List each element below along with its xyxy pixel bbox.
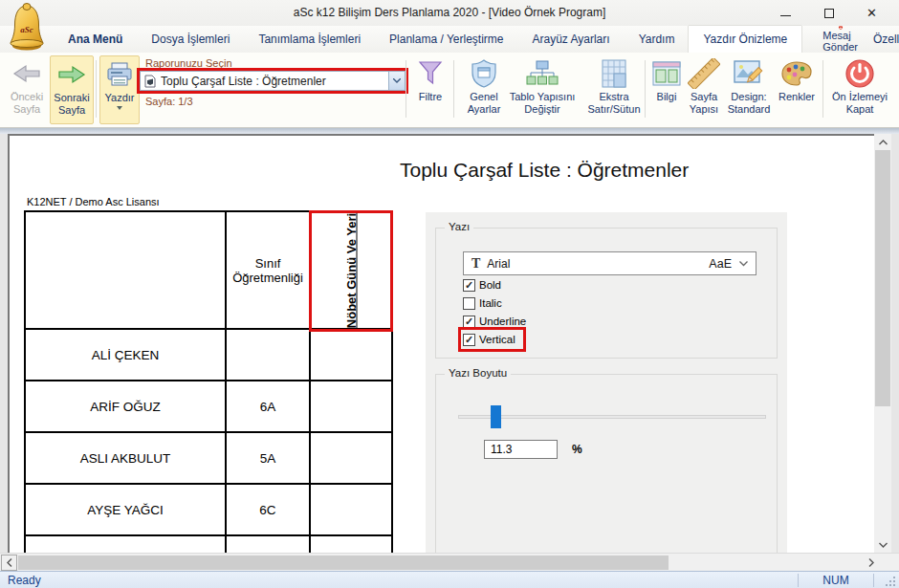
arrow-right-icon [57,57,86,92]
tab-dosya-islemleri[interactable]: Dosya İşlemleri [137,26,244,53]
report-select-value: Toplu Çarşaf Liste : Öğretmenler [161,75,388,88]
table-row-name: AYŞE YAĞCI [26,485,227,536]
filter-label: Filtre [419,91,442,103]
table-row-duty [311,433,391,485]
filter-button[interactable]: Filtre [409,55,451,124]
table-row-duty [311,330,391,381]
next-page-button[interactable]: Sonraki Sayfa [50,55,94,124]
scroll-left-button[interactable] [1,555,17,571]
vertical-checkbox-box[interactable]: ✓ [463,334,475,346]
app-logo[interactable]: aSc [6,1,48,52]
report-picker-group: Raporunuzu Seçin Toplu Çarşaf Liste : Öğ… [140,57,406,107]
tab-tanimlama-islemleri[interactable]: Tanımlama İşlemleri [244,26,375,53]
scroll-up-button[interactable] [875,134,891,150]
table-header-class: Sınıf Öğretmenliği [227,212,311,330]
tab-planlama-yerlestirme[interactable]: Planlama / Yerleştirme [375,26,517,53]
table-row-class: 5A [227,433,311,485]
send-message-button[interactable]: Mesaj Gönder [813,26,867,53]
chevron-down-icon [739,261,748,267]
font-size-slider[interactable] [458,415,766,419]
close-preview-label: Ön İzlemeyi Kapat [826,91,893,116]
tab-yazdir-onizleme[interactable]: Yazdır Önizleme [689,26,801,53]
customize-button[interactable]: Özelleştir [867,26,899,53]
preview-page: Toplu Çarşaf Liste : Öğretmenler K12NET … [8,134,882,553]
design-label: Design: Standard [722,91,776,116]
vertical-scrollbar[interactable] [874,134,891,553]
italic-checkbox-label: Italic [479,297,502,309]
scroll-down-button[interactable] [875,536,891,553]
print-dropdown-icon [117,106,122,110]
previous-page-label: Önceki Sayfa [5,91,49,116]
report-title: Toplu Çarşaf Liste : Öğretmenler [400,159,725,182]
font-sample-text: AaE [709,257,732,271]
previous-page-button[interactable]: Önceki Sayfa [5,55,49,124]
italic-checkbox-box[interactable] [463,297,475,310]
minimize-icon [780,15,791,16]
table-row-duty [311,381,391,433]
bold-checkbox-box[interactable]: ✓ [463,279,475,292]
next-page-label: Sonraki Sayfa [51,92,93,117]
tab-yardim[interactable]: Yardım [625,26,690,53]
tab-arayuz-ayarlari[interactable]: Arayüz Ayarları [517,26,624,53]
page-setup-button[interactable]: Sayfa Yapısı [683,55,725,124]
font-size-slider-thumb[interactable] [491,405,501,428]
report-picker-label: Raporunuzu Seçin [140,57,406,69]
ruler-icon [688,56,720,91]
status-bar: Ready NUM [0,571,899,588]
scroll-right-button[interactable] [863,555,879,571]
bold-checkbox-label: Bold [479,279,501,291]
separator [96,60,97,118]
grip-dots-icon [886,576,896,586]
extra-row-col-label: Ekstra Satır/Sütun [581,91,647,116]
vertical-header-text: Nöbet Günü Ve Yeri [344,212,359,327]
close-preview-button[interactable]: Ön İzlemeyi Kapat [826,55,893,124]
colors-button[interactable]: Renkler [773,55,821,124]
print-label: Yazdır [105,92,135,104]
num-lock-indicator: NUM [799,574,873,587]
palette-icon [780,56,813,91]
change-table-structure-button[interactable]: Tablo Yapısını Değiştir [504,55,581,124]
general-settings-button[interactable]: Genel Ayarlar [459,55,509,124]
horizontal-scrollbar[interactable] [0,553,899,571]
print-button[interactable]: Yazdır [99,55,140,124]
font-size-input[interactable] [484,440,558,459]
vertical-checkbox[interactable]: ✓ Vertical [463,332,521,347]
bold-checkbox[interactable]: ✓ Bold [463,277,501,293]
table-row-partial [227,536,311,553]
report-select-arrow[interactable] [388,72,405,90]
minimize-button[interactable] [764,0,807,26]
table-row-class: 6C [227,485,311,536]
underline-checkbox-box[interactable]: ✓ [463,316,475,328]
italic-checkbox[interactable]: Italic [463,295,502,311]
license-text: K12NET / Demo Asc Lisansı [27,196,160,207]
table-row-partial [311,536,391,553]
table-row-class [227,330,311,381]
separator [645,60,646,118]
font-family-select[interactable]: T Arial AaE [463,251,756,275]
horizontal-scroll-thumb[interactable] [18,555,669,570]
report-select[interactable]: Toplu Çarşaf Liste : Öğretmenler [140,71,406,91]
extra-row-col-button[interactable]: Ekstra Satır/Sütun [581,55,647,124]
table-row-name: ARİF OĞUZ [26,381,227,433]
table-header-empty [26,212,227,330]
design-button[interactable]: Design: Standard [722,55,776,124]
font-size-group-label: Yazı Boyutu [445,367,511,379]
underline-checkbox[interactable]: ✓ Underline [463,314,526,329]
status-text: Ready [0,574,798,587]
info-button[interactable]: Bilgi [648,55,685,124]
table-header-duty: Nöbet Günü Ve Yeri [311,212,391,330]
tab-ana-menu[interactable]: Ana Menü [54,26,137,53]
vertical-scroll-thumb[interactable] [875,150,890,406]
grid-icon [602,56,626,91]
close-button[interactable]: ✕ [850,0,893,26]
maximize-button[interactable] [807,0,850,26]
resize-grip[interactable] [874,573,899,588]
change-table-structure-label: Tablo Yapısını Değiştir [504,91,581,116]
table-row-name: ASLI AKBULUT [26,433,227,485]
page-setup-label: Sayfa Yapısı [683,91,725,116]
send-message-label: Mesaj Gönder [822,30,858,53]
underline-checkbox-label: Underline [479,316,526,327]
font-groupbox: Yazı T Arial AaE ✓ Bold Italic [435,228,778,359]
ribbon-divider [0,127,899,134]
titlebar: aSc k12 Bilişim Ders Planlama 2020 - [Vi… [0,0,899,26]
